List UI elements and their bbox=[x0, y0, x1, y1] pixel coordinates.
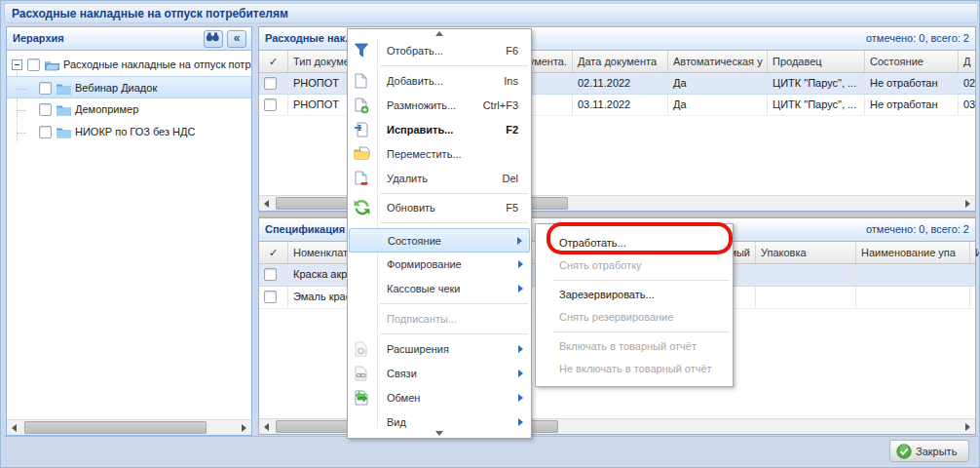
tree-item-niokr[interactable]: НИОКР по ГОЗ без НДС bbox=[7, 121, 251, 143]
move-folder-icon bbox=[354, 146, 371, 163]
cell-package bbox=[756, 264, 856, 286]
menu-item-links[interactable]: Связи bbox=[349, 362, 530, 386]
cell-doc-date: 02.11.2022 bbox=[573, 73, 668, 94]
row-checkbox[interactable] bbox=[264, 98, 277, 111]
close-button[interactable]: Закрыть bbox=[889, 440, 969, 462]
cell-check bbox=[259, 287, 288, 308]
scroll-right-icon[interactable] bbox=[236, 420, 251, 435]
scroll-left-icon[interactable] bbox=[7, 420, 22, 435]
tree-item-label[interactable]: НИОКР по ГОЗ без НДС bbox=[75, 126, 195, 137]
collapse-node-icon[interactable] bbox=[12, 59, 22, 70]
menu-item-filter[interactable]: Отобрать... F6 bbox=[349, 39, 530, 63]
cell-check bbox=[259, 264, 288, 286]
scroll-right-icon[interactable] bbox=[960, 419, 975, 434]
page-title: Расходные накладные на отпуск потребител… bbox=[12, 7, 288, 20]
tree-connector bbox=[17, 89, 26, 90]
column-package[interactable]: Упаковка bbox=[756, 242, 856, 263]
menu-item-delete[interactable]: Удалить Del bbox=[349, 167, 530, 191]
hierarchy-title: Иерархия bbox=[13, 32, 64, 44]
menu-item-signers: Подписанты... bbox=[349, 307, 530, 332]
cell-seller: ЦИТК "Парус", ... bbox=[768, 73, 865, 94]
scrollbar-thumb[interactable] bbox=[24, 421, 207, 434]
specification-title: Спецификация bbox=[265, 223, 345, 235]
menu-item-duplicate[interactable]: Размножить... Ctrl+F3 bbox=[349, 94, 530, 118]
scroll-left-icon[interactable] bbox=[259, 419, 275, 434]
tree-item-demo[interactable]: Демопример bbox=[7, 98, 251, 121]
search-icon[interactable] bbox=[204, 30, 223, 48]
scroll-right-icon[interactable] bbox=[960, 196, 975, 211]
filter-icon bbox=[354, 43, 371, 59]
column-last[interactable]: И bbox=[970, 242, 980, 263]
tree-hscrollbar[interactable] bbox=[7, 419, 251, 435]
column-last[interactable]: Д bbox=[959, 51, 975, 72]
tree-item-label[interactable]: Демопример bbox=[75, 103, 138, 115]
column-auto[interactable]: Автоматическая у bbox=[668, 51, 768, 72]
menu-item-add[interactable]: Добавить... Ins bbox=[349, 69, 530, 94]
cell-auto: Да bbox=[668, 73, 768, 94]
tree-connector bbox=[17, 110, 26, 111]
delete-document-icon bbox=[354, 171, 371, 187]
cell-check bbox=[259, 73, 288, 94]
menu-separator bbox=[380, 193, 528, 194]
submenu-separator bbox=[553, 280, 730, 281]
cell-doc-date: 03.11.2022 bbox=[573, 95, 668, 115]
row-checkbox[interactable] bbox=[264, 77, 277, 90]
menu-item-refresh[interactable]: Обновить F5 bbox=[349, 196, 530, 220]
submenu-arrow-icon bbox=[518, 345, 523, 353]
menu-item-edit[interactable]: Исправить... F2 bbox=[349, 118, 530, 142]
submenu-item-reserve[interactable]: Зарезервировать... bbox=[537, 284, 732, 306]
context-menu: Отобрать... F6 Добавить... Ins Размножит… bbox=[347, 28, 532, 439]
submenu-arrow-icon bbox=[518, 260, 523, 268]
cell-package bbox=[756, 287, 856, 308]
cell-state: Не отработан bbox=[865, 73, 959, 94]
submenu-item-unreserve: Снять резервирование bbox=[537, 306, 732, 329]
cell-state: Не отработан bbox=[865, 95, 959, 115]
column-package-name[interactable]: Наименование упа bbox=[856, 242, 970, 263]
cell-check bbox=[259, 95, 288, 115]
specification-counter: отмечено: 0, всего: 2 bbox=[866, 223, 969, 235]
submenu-arrow-icon bbox=[518, 394, 523, 402]
menu-scroll-down-icon[interactable] bbox=[349, 428, 530, 438]
menu-item-extensions[interactable]: Расширения bbox=[349, 337, 530, 362]
cell-last: 03 bbox=[959, 95, 975, 115]
row-checkbox[interactable] bbox=[264, 268, 277, 281]
column-check[interactable]: ✓ bbox=[259, 51, 288, 72]
menu-item-state[interactable]: Состояние bbox=[349, 228, 530, 253]
duplicate-document-icon bbox=[354, 98, 371, 114]
tree-item-checkbox[interactable] bbox=[39, 126, 52, 138]
open-folder-icon bbox=[44, 58, 60, 71]
refresh-icon bbox=[354, 200, 371, 216]
menu-item-receipts[interactable]: Кассовые чеки bbox=[349, 277, 530, 301]
documents-title: Расходные нак. bbox=[265, 32, 348, 44]
tree-root-row[interactable]: Расходные накладные на отпуск потре bbox=[7, 54, 251, 76]
row-checkbox[interactable] bbox=[264, 291, 277, 303]
tree-root-label[interactable]: Расходные накладные на отпуск потре bbox=[63, 58, 251, 70]
tree-item-checkbox[interactable] bbox=[39, 103, 52, 116]
app-window: Расходные накладные на отпуск потребител… bbox=[0, 0, 980, 468]
tree-item-vebinar[interactable]: Вебинар Диадок bbox=[7, 76, 251, 98]
column-seller[interactable]: Продавец bbox=[768, 51, 865, 72]
menu-item-move[interactable]: Переместить... bbox=[349, 142, 530, 167]
menu-separator bbox=[380, 333, 528, 334]
column-doc-date[interactable]: Дата документа bbox=[573, 51, 668, 72]
tree-root-checkbox[interactable] bbox=[27, 58, 40, 71]
tree-item-checkbox[interactable] bbox=[39, 82, 52, 95]
folder-icon bbox=[56, 103, 72, 116]
add-document-icon bbox=[354, 73, 371, 90]
menu-item-exchange[interactable]: Обмен bbox=[349, 386, 530, 410]
menu-separator bbox=[380, 222, 528, 223]
submenu-item-exclude-report: Не включать в товарный отчёт bbox=[537, 358, 732, 380]
collapse-panel-icon[interactable]: « bbox=[227, 30, 246, 48]
cell-seller: ЦИТК "Парус", ... bbox=[768, 95, 865, 115]
submenu-arrow-icon bbox=[518, 285, 523, 292]
cell-package-name bbox=[856, 287, 970, 308]
folder-icon bbox=[56, 82, 72, 95]
column-state[interactable]: Состояние bbox=[865, 51, 959, 72]
menu-item-forming[interactable]: Формирование bbox=[349, 253, 530, 277]
column-check[interactable]: ✓ bbox=[259, 242, 288, 263]
cell-auto: Да bbox=[668, 95, 768, 115]
menu-scroll-up-icon[interactable] bbox=[349, 29, 530, 39]
window-titlebar: Расходные накладные на отпуск потребител… bbox=[4, 3, 978, 23]
scroll-left-icon[interactable] bbox=[259, 196, 275, 211]
tree-item-label[interactable]: Вебинар Диадок bbox=[75, 82, 157, 94]
